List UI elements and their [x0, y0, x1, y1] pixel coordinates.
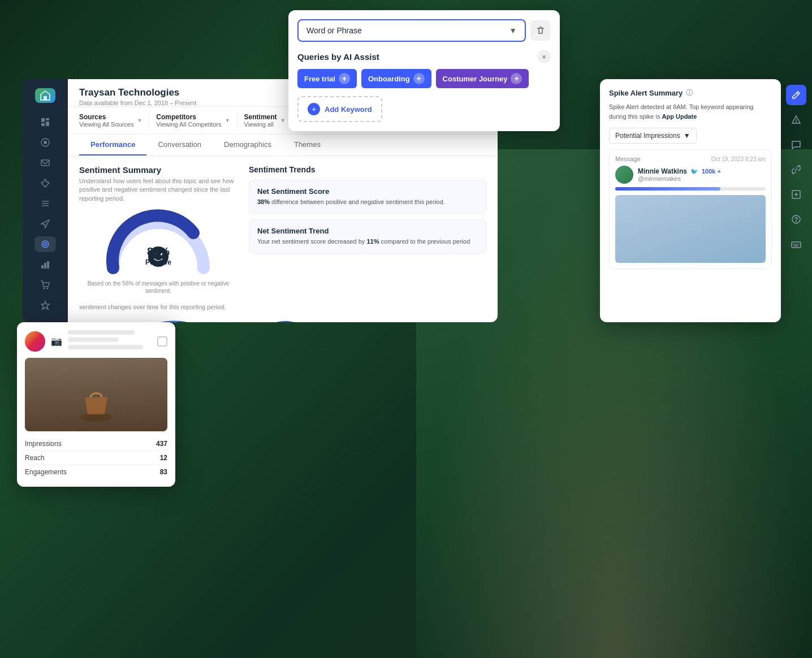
filter-separator-2: [237, 112, 237, 128]
plus-box-icon[interactable]: [786, 184, 806, 205]
sidebar-icon-analytics[interactable]: [34, 135, 56, 150]
add-keyword-button[interactable]: + Add Keyword: [297, 96, 382, 122]
tag-costumer-journey-label: Costumer Journey: [443, 75, 508, 83]
instagram-icon: 📷: [51, 336, 62, 347]
tag-free-trial-add-icon[interactable]: +: [339, 73, 350, 84]
sidebar-icon-waveform[interactable]: [34, 236, 56, 252]
chart-description: sentiment changes over time for this rep…: [68, 304, 498, 310]
gauge-percentage: 82%: [145, 245, 171, 258]
tweet-header: Minnie Watkins 🐦 100k + @minniemakes: [615, 166, 766, 184]
ig-engagements-row: Engagements 83: [25, 465, 167, 479]
net-sentiment-card: Net Sentiment Score 38% difference betwe…: [249, 180, 486, 214]
message-label: Message: [615, 155, 641, 162]
tag-free-trial[interactable]: Free trial +: [297, 69, 357, 88]
tag-costumer-journey-add-icon[interactable]: +: [511, 73, 522, 84]
svg-rect-14: [41, 265, 44, 269]
impressions-dropdown[interactable]: Potential Impressions ▼: [609, 128, 697, 144]
ig-impressions-row: Impressions 437: [25, 437, 167, 451]
edit-icon-button[interactable]: [786, 85, 806, 105]
ig-bar-1: [68, 330, 135, 335]
tweet-timestamp: Oct 19, 2023 8:23 am: [711, 156, 766, 162]
sidebar-icon-mail[interactable]: [34, 155, 56, 171]
tweet-meta: Minnie Watkins 🐦 100k + @minniemakes: [638, 167, 766, 182]
svg-rect-0: [44, 96, 47, 100]
link-icon[interactable]: [786, 159, 806, 180]
ig-avatar: [25, 331, 45, 352]
queries-title: Queries by AI Assist: [297, 52, 379, 62]
svg-rect-3: [41, 123, 45, 126]
ig-post-image: [25, 358, 167, 431]
sidebar-icon-send[interactable]: [34, 216, 56, 232]
net-trend-suffix: compared to the previous period: [381, 238, 470, 245]
sidebar-icon-star[interactable]: [34, 297, 56, 313]
instagram-card: 📷 Impressions 437 Reach 12 Engagements 8…: [17, 322, 175, 487]
word-phrase-input[interactable]: Word or Phrase ▼: [297, 19, 526, 42]
ig-checkbox[interactable]: [157, 336, 167, 347]
sidebar-icon-files[interactable]: [34, 114, 56, 130]
gauge-label: Positive: [145, 258, 171, 266]
tab-demographics[interactable]: Demographics: [213, 135, 283, 155]
tweet-followers: 100k +: [702, 168, 721, 175]
main-sidebar: [23, 79, 68, 322]
tweet-card: Message Oct 19, 2023 8:23 am Minnie Watk…: [609, 149, 772, 269]
svg-rect-1: [41, 118, 45, 122]
sentiment-left-panel: Sentiment Summary Understand how users f…: [79, 165, 237, 295]
net-score-suffix: difference between positive and negative…: [271, 198, 445, 205]
gauge-value-container: 82% Positive: [145, 245, 171, 266]
close-button[interactable]: ×: [537, 50, 551, 63]
help-icon[interactable]: [786, 209, 806, 230]
dashboard-tabs: Performance Conversation Demographics Th…: [68, 135, 498, 156]
tab-themes[interactable]: Themes: [283, 135, 332, 155]
sources-value: Viewing All Sources: [79, 121, 133, 128]
svg-point-18: [47, 288, 49, 289]
data-range: Data available from Dec 1, 2018 – Presen…: [79, 99, 196, 106]
svg-point-26: [796, 122, 797, 123]
ig-impressions-value: 437: [156, 440, 167, 448]
net-trend-title: Net Sentiment Trend: [257, 227, 478, 235]
tag-onboarding-add-icon[interactable]: +: [413, 73, 425, 84]
popup-search-row: Word or Phrase ▼: [297, 19, 551, 42]
search-input-text: Word or Phrase: [306, 26, 362, 35]
sidebar-icon-pin[interactable]: [34, 175, 56, 191]
tab-performance[interactable]: Performance: [79, 135, 146, 155]
sentiment-chevron: ▼: [280, 118, 286, 123]
tab-conversation[interactable]: Conversation: [146, 135, 213, 155]
close-icon: ×: [542, 53, 546, 61]
far-right-sidebar: [783, 79, 809, 260]
chat-bubble-icon[interactable]: [786, 135, 806, 155]
tweet-avatar: [615, 166, 633, 184]
alert-triangle-icon[interactable]: [786, 110, 806, 130]
tweet-bar-fill: [615, 187, 720, 191]
tag-onboarding[interactable]: Onboarding +: [361, 69, 431, 88]
sentiment-value: Viewing all: [244, 121, 277, 128]
add-keyword-label: Add Keyword: [325, 105, 372, 114]
sentiment-description: Understand how users feel about this top…: [79, 177, 237, 203]
ig-impressions-label: Impressions: [25, 440, 62, 448]
chart-desc-text: sentiment changes over time for this rep…: [79, 304, 226, 310]
spike-alert-title: Spike Alert Summary ⓘ: [609, 88, 772, 98]
sentiment-title: Sentiment Summary: [79, 165, 237, 175]
sentiment-right-panel: Sentiment Trends Net Sentiment Score 38%…: [249, 165, 486, 295]
sentiment-chart-area: [68, 310, 498, 322]
sidebar-icon-list[interactable]: [34, 196, 56, 211]
sidebar-icon-shopping[interactable]: [34, 277, 56, 293]
ig-reach-value: 12: [160, 454, 167, 462]
tweet-handle: @minniemakes: [638, 175, 766, 182]
sidebar-icon-barchart[interactable]: [34, 257, 56, 272]
trends-title: Sentiment Trends: [249, 165, 486, 174]
query-popup: Word or Phrase ▼ Queries by AI Assist × …: [288, 10, 560, 131]
svg-rect-2: [46, 118, 49, 120]
delete-button[interactable]: [530, 20, 551, 41]
keyboard-icon[interactable]: [786, 234, 806, 254]
sources-filter[interactable]: Sources Viewing All Sources ▼: [79, 113, 142, 128]
competitors-filter[interactable]: Competitors Viewing All Competitors ▼: [156, 113, 230, 128]
sentiment-filter[interactable]: Sentiment Viewing all ▼: [244, 113, 286, 128]
ig-reach-row: Reach 12: [25, 451, 167, 465]
sidebar-logo[interactable]: [35, 88, 55, 103]
spike-keyword: App Update: [662, 113, 697, 120]
add-keyword-icon: +: [308, 103, 320, 115]
tweet-image: [615, 195, 766, 263]
svg-rect-4: [46, 122, 49, 126]
tag-costumer-journey[interactable]: Costumer Journey +: [436, 69, 529, 88]
svg-point-6: [44, 141, 47, 144]
